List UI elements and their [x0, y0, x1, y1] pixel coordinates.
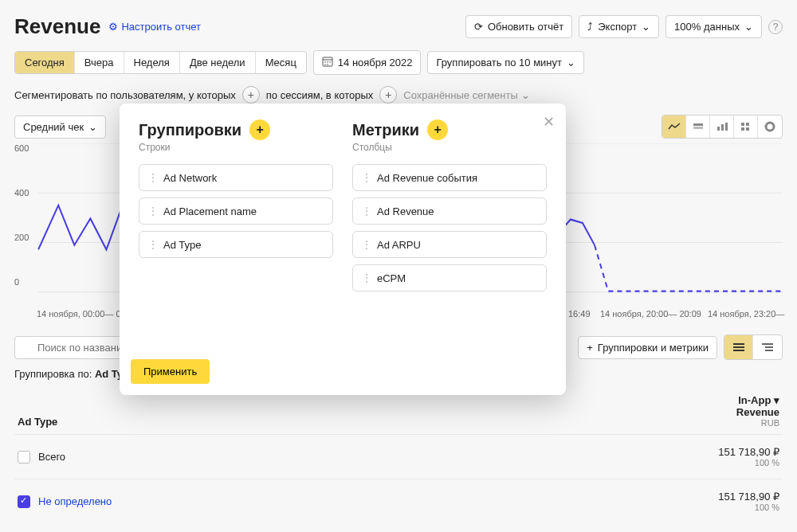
- row-amount: 151 718,90 ₽: [718, 491, 779, 503]
- groupings-column: Группировки + Строки ⋮Ad Network ⋮Ad Pla…: [139, 119, 333, 351]
- refresh-label: Обновить отчёт: [488, 21, 563, 33]
- saved-segments-select[interactable]: Сохранённые сегменты: [403, 89, 530, 101]
- chart-line-icon[interactable]: [662, 115, 686, 138]
- add-metric-button[interactable]: +: [427, 119, 448, 140]
- pill-label: Ad ARPU: [377, 239, 421, 251]
- x-tick: 14 ноября, 20:00— 20:09: [600, 309, 701, 319]
- svg-rect-11: [725, 123, 728, 131]
- row-amount: 151 718,90 ₽: [718, 446, 779, 458]
- help-icon[interactable]: ?: [768, 20, 783, 34]
- grouping-pill[interactable]: ⋮Ad Type: [139, 231, 333, 258]
- sort-desc-icon: ▾: [774, 394, 779, 406]
- period-segments: Сегодня Вчера Неделя Две недели Месяц: [14, 51, 307, 74]
- pill-label: eCPM: [377, 272, 406, 284]
- y-tick: 0: [14, 277, 19, 287]
- metrics-column: Метрики + Столбцы ⋮Ad Revenue события ⋮A…: [352, 119, 547, 351]
- drag-icon[interactable]: ⋮: [361, 238, 371, 251]
- svg-point-16: [766, 123, 774, 131]
- add-user-segment-button[interactable]: +: [242, 86, 260, 104]
- drag-icon[interactable]: ⋮: [361, 205, 371, 217]
- x-tick: 14 ноября, 00:00— 00: [37, 309, 126, 319]
- metrics-sub: Столбцы: [352, 142, 547, 153]
- chart-pie-icon[interactable]: [758, 115, 782, 138]
- export-button[interactable]: ⤴ Экспорт ⌄: [579, 15, 659, 38]
- x-tick: 14 ноября, 23:20—: [708, 309, 784, 319]
- row-pct: 100 %: [718, 458, 779, 467]
- y-tick: 400: [14, 188, 29, 198]
- metric-pill[interactable]: ⋮Ad Revenue события: [352, 164, 547, 191]
- pill-label: Ad Placement name: [163, 205, 257, 217]
- grouping-btn-label: Группировки и метрики: [598, 342, 709, 354]
- metric-pill[interactable]: ⋮eCPM: [352, 264, 547, 291]
- group-by-select[interactable]: Группировать по 10 минут ⌄: [427, 51, 584, 74]
- add-grouping-button[interactable]: +: [249, 119, 270, 140]
- chart-bar-icon[interactable]: [710, 115, 734, 138]
- grouping-pill[interactable]: ⋮Ad Placement name: [139, 198, 333, 225]
- configure-label: Настроить отчет: [121, 21, 201, 33]
- close-icon[interactable]: ✕: [543, 113, 555, 131]
- data-percent-button[interactable]: 100% данных ⌄: [665, 15, 762, 38]
- svg-rect-13: [746, 123, 749, 126]
- drag-icon[interactable]: ⋮: [147, 205, 157, 217]
- drag-icon[interactable]: ⋮: [147, 171, 157, 184]
- configure-report-link[interactable]: ⚙ Настроить отчет: [108, 21, 201, 33]
- table-row: Всего 151 718,90 ₽ 100 %: [14, 434, 783, 479]
- table-view-toggle: [724, 334, 783, 360]
- date-label: 14 ноября 2022: [338, 57, 413, 68]
- col-revenue[interactable]: In-App ▾ Revenue RUB: [736, 394, 779, 428]
- metric-pill[interactable]: ⋮Ad Revenue: [352, 198, 547, 225]
- row-pct: 100 %: [718, 503, 779, 512]
- tree-view-icon[interactable]: [753, 335, 782, 359]
- row-label[interactable]: Не определено: [38, 495, 112, 507]
- group-by-label: Группировать по 10 минут: [436, 57, 562, 68]
- pill-label: Ad Revenue: [377, 205, 434, 217]
- metric-select[interactable]: Средний чек ⌄: [14, 115, 106, 139]
- date-picker[interactable]: 14 ноября 2022: [313, 50, 422, 75]
- table-header: Ad Type In-App ▾ Revenue RUB: [14, 391, 783, 434]
- chevron-down-icon: ⌄: [567, 57, 575, 68]
- groupings-title: Группировки: [139, 121, 241, 139]
- row-checkbox[interactable]: [18, 451, 30, 464]
- row-checkbox[interactable]: [18, 495, 30, 508]
- table-row: Не определено 151 718,90 ₽ 100 %: [14, 479, 783, 523]
- drag-icon[interactable]: ⋮: [361, 171, 371, 184]
- grouping-pill[interactable]: ⋮Ad Network: [139, 164, 333, 191]
- period-month[interactable]: Месяц: [256, 52, 306, 73]
- chart-grid-icon[interactable]: [734, 115, 758, 138]
- grouping-metrics-button[interactable]: + Группировки и метрики: [578, 336, 717, 359]
- plus-icon: +: [587, 342, 593, 354]
- page-title: Revenue: [14, 14, 100, 39]
- svg-point-4: [329, 61, 331, 63]
- svg-rect-14: [741, 127, 744, 131]
- svg-point-6: [327, 64, 328, 65]
- period-week[interactable]: Неделя: [124, 52, 180, 73]
- period-yesterday[interactable]: Вчера: [75, 52, 124, 73]
- refresh-button[interactable]: ⟳ Обновить отчёт: [465, 15, 572, 38]
- chevron-down-icon: ⌄: [88, 121, 97, 133]
- apply-button[interactable]: Применить: [131, 359, 210, 384]
- metrics-title: Метрики: [352, 121, 419, 139]
- period-row: Сегодня Вчера Неделя Две недели Месяц 14…: [14, 50, 783, 75]
- y-tick: 200: [14, 233, 29, 242]
- svg-point-3: [327, 61, 328, 63]
- period-today[interactable]: Сегодня: [15, 52, 75, 73]
- export-label: Экспорт: [598, 21, 637, 33]
- svg-rect-9: [717, 127, 720, 131]
- period-two-weeks[interactable]: Две недели: [180, 52, 256, 73]
- chevron-down-icon: ⌄: [744, 21, 753, 33]
- col-ad-type[interactable]: Ad Type: [18, 416, 57, 428]
- svg-point-5: [324, 64, 326, 65]
- list-view-icon[interactable]: [724, 335, 753, 359]
- metric-pill[interactable]: ⋮Ad ARPU: [352, 231, 547, 258]
- gear-icon: ⚙: [108, 21, 118, 33]
- metric-select-label: Средний чек: [23, 121, 84, 133]
- drag-icon[interactable]: ⋮: [147, 238, 157, 251]
- data-pct-label: 100% данных: [674, 21, 740, 33]
- drag-icon[interactable]: ⋮: [361, 272, 371, 284]
- grouping-prefix: Группировка по:: [14, 368, 92, 380]
- svg-rect-12: [741, 123, 744, 126]
- add-session-segment-button[interactable]: +: [379, 86, 397, 104]
- x-tick: 16:49: [568, 309, 591, 319]
- chart-stacked-icon[interactable]: [686, 115, 710, 138]
- grouping-metrics-modal: ✕ Группировки + Строки ⋮Ad Network ⋮Ad P…: [120, 104, 566, 395]
